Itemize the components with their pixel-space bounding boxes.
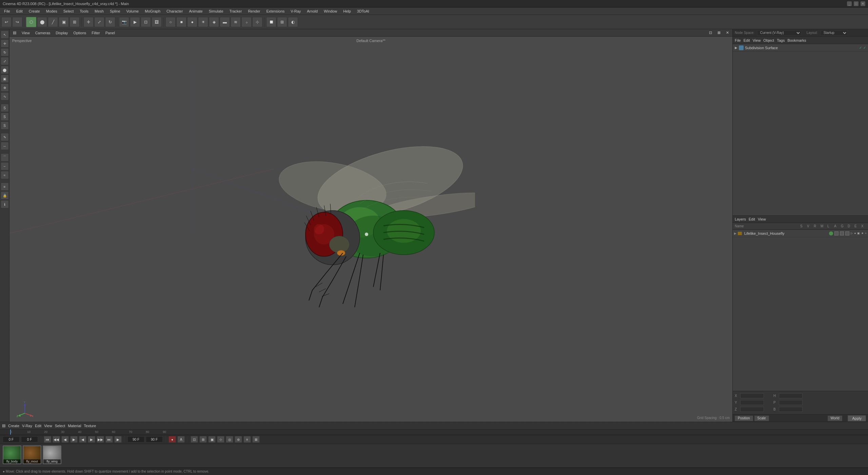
vp-menu-toggle[interactable]: ▤ bbox=[12, 30, 18, 35]
layers-menu-edit[interactable]: Edit bbox=[749, 217, 755, 221]
render-btn[interactable]: ▶ bbox=[130, 17, 140, 27]
object-entry[interactable]: ▶ Subdivision Surface ✓ ✓ bbox=[733, 44, 868, 52]
layout-select[interactable]: Startup bbox=[821, 30, 848, 36]
vp-menu-panel[interactable]: Panel bbox=[104, 31, 116, 35]
tool-s1[interactable]: S bbox=[1, 104, 9, 112]
apply-button[interactable]: Apply bbox=[848, 415, 866, 421]
transport-play-reverse[interactable]: ◀ bbox=[79, 436, 86, 443]
om-object[interactable]: Object bbox=[763, 38, 774, 42]
layers-menu-view[interactable]: View bbox=[758, 217, 766, 221]
position-btn[interactable]: Position bbox=[735, 416, 753, 421]
menu-character[interactable]: Character bbox=[164, 8, 185, 14]
camera-btn[interactable]: 📷 bbox=[119, 17, 129, 27]
cube-btn[interactable]: ■ bbox=[176, 17, 186, 27]
tool-s2[interactable]: S bbox=[1, 113, 9, 121]
om-edit[interactable]: Edit bbox=[744, 38, 750, 42]
material-thumb-body[interactable]: fly_body bbox=[3, 445, 21, 464]
tool-sculpt[interactable]: ∿ bbox=[1, 92, 9, 100]
point-mode-btn[interactable]: ⬤ bbox=[37, 17, 47, 27]
lc-circle[interactable] bbox=[829, 231, 833, 235]
transport-motion1[interactable]: ⊡ bbox=[191, 436, 198, 443]
transport-motion8[interactable]: ⊠ bbox=[252, 436, 260, 443]
lc-square2[interactable] bbox=[840, 231, 844, 235]
transport-motion2[interactable]: ⊞ bbox=[199, 436, 207, 443]
minimize-button[interactable]: _ bbox=[847, 1, 852, 6]
lc-dot[interactable]: ● bbox=[854, 232, 856, 235]
lc-grid[interactable]: ▣ bbox=[857, 232, 860, 235]
lc-square1[interactable] bbox=[834, 231, 839, 235]
transport-motion6[interactable]: ⊚ bbox=[235, 436, 242, 443]
menu-select[interactable]: Select bbox=[61, 8, 77, 14]
layers-menu-layers[interactable]: Layers bbox=[735, 217, 746, 221]
transport-next-key[interactable]: ▶▶ bbox=[97, 436, 104, 443]
transport-play-mode[interactable]: ▶ bbox=[114, 436, 122, 443]
render-region-btn[interactable]: ⊡ bbox=[141, 17, 151, 27]
floor-btn[interactable]: ▬ bbox=[220, 17, 230, 27]
object-checkbox2[interactable]: ✓ bbox=[863, 46, 866, 50]
h-rotation-input[interactable] bbox=[779, 393, 803, 398]
tl-vray[interactable]: V-Ray bbox=[22, 424, 32, 428]
undo-button[interactable]: ↩ bbox=[1, 17, 12, 27]
tl-toggle[interactable]: ▤ bbox=[2, 423, 5, 428]
tl-texture[interactable]: Texture bbox=[84, 424, 96, 428]
om-tags[interactable]: Tags bbox=[777, 38, 785, 42]
lc-star[interactable]: ★ bbox=[861, 232, 864, 235]
layer-item-housefly[interactable]: ▶ Lifelike_Insect_Housefly ▷ ● ▣ ★ + bbox=[733, 230, 868, 237]
viewport-canvas[interactable]: Perspective Default Camera** bbox=[9, 37, 732, 422]
poly-mode-btn[interactable]: ▣ bbox=[59, 17, 69, 27]
menu-tools[interactable]: Tools bbox=[77, 8, 91, 14]
tool-magnet[interactable]: ⊕ bbox=[1, 83, 9, 92]
transport-play-btn[interactable]: ▶ bbox=[70, 436, 78, 443]
picture-viewer-btn[interactable]: 🖼 bbox=[152, 17, 162, 27]
z-position-input[interactable] bbox=[740, 407, 764, 412]
close-button[interactable]: ✕ bbox=[861, 1, 865, 6]
om-view[interactable]: View bbox=[753, 38, 761, 42]
menu-edit[interactable]: Edit bbox=[14, 8, 25, 14]
world-button[interactable]: World bbox=[828, 416, 843, 421]
redo-button[interactable]: ↪ bbox=[12, 17, 22, 27]
om-bookmarks[interactable]: Bookmarks bbox=[787, 38, 806, 42]
menu-mesh[interactable]: Mesh bbox=[92, 8, 106, 14]
light-btn[interactable]: ☀ bbox=[198, 17, 208, 27]
menu-animate[interactable]: Animate bbox=[186, 8, 205, 14]
menu-volume[interactable]: Volume bbox=[124, 8, 142, 14]
tool-spline3[interactable]: ≈ bbox=[1, 171, 9, 179]
scale-tool-btn[interactable]: ⤢ bbox=[94, 17, 104, 27]
tool-spline1[interactable]: ⌒ bbox=[1, 153, 9, 162]
move-tool-btn[interactable]: ✛ bbox=[83, 17, 94, 27]
tool-rotate[interactable]: ↻ bbox=[1, 48, 9, 56]
tl-select[interactable]: Select bbox=[55, 424, 65, 428]
node-space-select[interactable]: Current (V-Ray) bbox=[757, 30, 801, 36]
vp-menu-filter[interactable]: Filter bbox=[90, 31, 101, 35]
menu-simulate[interactable]: Simulate bbox=[206, 8, 226, 14]
lc-plus[interactable]: + bbox=[865, 232, 867, 235]
material-btn[interactable]: ⬦ bbox=[241, 17, 252, 27]
menu-mograph[interactable]: MoGraph bbox=[142, 8, 163, 14]
transport-motion4[interactable]: ⊹ bbox=[217, 436, 224, 443]
transport-prev-key[interactable]: ◀◀ bbox=[53, 436, 60, 443]
menu-create[interactable]: Create bbox=[26, 8, 43, 14]
vp-maximize[interactable]: ⊠ bbox=[716, 30, 722, 35]
object-checkbox1[interactable]: ✓ bbox=[859, 46, 862, 50]
edge-mode-btn[interactable]: ╱ bbox=[48, 17, 58, 27]
vp-menu-view[interactable]: View bbox=[20, 31, 31, 35]
transport-prev-frame[interactable]: ◀ bbox=[61, 436, 69, 443]
vp-close[interactable]: ✕ bbox=[725, 30, 730, 35]
tl-create[interactable]: Create bbox=[8, 424, 19, 428]
menu-render[interactable]: Render bbox=[245, 8, 263, 14]
deformer-btn[interactable]: ≋ bbox=[231, 17, 241, 27]
tag-btn[interactable]: ⊹ bbox=[252, 17, 262, 27]
tool-layers[interactable]: ≡ bbox=[1, 183, 9, 191]
vp-menu-options[interactable]: Options bbox=[72, 31, 87, 35]
menu-modes[interactable]: Modes bbox=[43, 8, 60, 14]
menu-arnold[interactable]: Arnold bbox=[304, 8, 320, 14]
transport-motion5[interactable]: ◎ bbox=[226, 436, 233, 443]
tool-poly[interactable]: ▣ bbox=[1, 75, 9, 83]
camera-obj-btn[interactable]: ◈ bbox=[209, 17, 219, 27]
layer-expand[interactable]: ▶ bbox=[734, 232, 736, 235]
menu-file[interactable]: File bbox=[1, 8, 13, 14]
material-thumb-wing[interactable]: fly_wing bbox=[43, 445, 61, 464]
tl-edit[interactable]: Edit bbox=[35, 424, 41, 428]
menu-extensions[interactable]: Extensions bbox=[263, 8, 287, 14]
vp-menu-display[interactable]: Display bbox=[54, 31, 69, 35]
